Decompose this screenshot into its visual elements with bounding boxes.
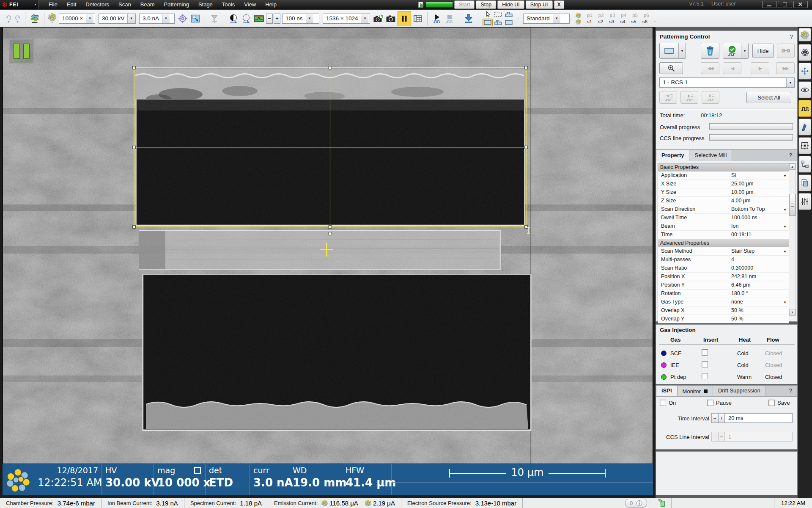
- chevron-down-icon[interactable]: ▼: [653, 19, 656, 25]
- sem-image-viewport[interactable]: [3, 27, 653, 464]
- patterning-page-button[interactable]: [798, 100, 811, 117]
- handle-rotate[interactable]: [329, 232, 332, 235]
- beam-current-combo[interactable]: 3.0 nA ▼: [139, 14, 175, 24]
- handle-bottom-left[interactable]: [133, 226, 136, 229]
- delete-pattern-button[interactable]: [701, 43, 719, 59]
- select-all-button[interactable]: Select All: [746, 92, 791, 103]
- on-checkbox[interactable]: [660, 400, 666, 406]
- property-row[interactable]: Time 00:18:11: [658, 231, 789, 239]
- close-button[interactable]: [793, 1, 808, 8]
- property-row[interactable]: Position Y 6.46 μm: [658, 281, 789, 290]
- start-button[interactable]: Start: [454, 0, 475, 9]
- ccs-line-interval-field[interactable]: 1: [725, 432, 793, 442]
- crossover-button[interactable]: [177, 12, 189, 25]
- chevron-down-icon[interactable]: ▼: [361, 14, 368, 23]
- handle-top-right[interactable]: [525, 66, 528, 69]
- preset-s1[interactable]: s1: [587, 19, 592, 25]
- probe-page-button[interactable]: [798, 119, 811, 135]
- property-row[interactable]: Y Size 10.00 μm: [658, 188, 789, 197]
- pointer-tool[interactable]: [483, 11, 493, 18]
- handle-bottom-center[interactable]: [329, 226, 332, 229]
- menu-patterning[interactable]: Patterning: [159, 0, 194, 9]
- move-pattern-down-button[interactable]: [702, 91, 719, 104]
- property-value[interactable]: 242.81 nm: [728, 273, 789, 281]
- property-row[interactable]: Application Si▼: [658, 171, 789, 180]
- tab-monitor[interactable]: Monitor: [678, 386, 713, 396]
- rcs-pattern-tool[interactable]: [493, 19, 503, 26]
- menu-tools[interactable]: Tools: [217, 0, 239, 9]
- preset-p4[interactable]: p4: [621, 12, 626, 19]
- hide-patterns-button[interactable]: Hide: [752, 44, 774, 58]
- brightness-button[interactable]: [240, 12, 252, 25]
- link-patterns-button[interactable]: [777, 44, 795, 58]
- preset-s4[interactable]: s4: [620, 19, 625, 25]
- preset-p2[interactable]: p2: [598, 12, 604, 19]
- preset-s6[interactable]: s6: [642, 19, 647, 25]
- tab-selective-mill[interactable]: Selective Mill: [689, 150, 732, 161]
- handle-mid-right[interactable]: [525, 146, 528, 149]
- help-button[interactable]: ?: [784, 386, 797, 396]
- close-panel-button[interactable]: X: [554, 0, 564, 9]
- tab-drift-suppression[interactable]: Drift Suppression: [713, 386, 766, 396]
- chevron-down-icon[interactable]: ▼: [553, 14, 560, 23]
- property-row[interactable]: Rotation 180.0 °: [658, 290, 789, 298]
- beam-control-page-button[interactable]: [798, 44, 811, 61]
- preset-p5[interactable]: p5: [632, 12, 638, 19]
- menu-stage[interactable]: Stage: [194, 0, 217, 9]
- insert-checkbox[interactable]: [702, 373, 708, 379]
- message-counter-button[interactable]: 0: [625, 499, 647, 508]
- undo-button[interactable]: ▼: [5, 14, 12, 23]
- property-row[interactable]: Position X 242.81 nm: [658, 273, 789, 281]
- property-row[interactable]: Overlap Y 50 %: [658, 315, 789, 323]
- pattern-palette-expand[interactable]: ▼: [517, 17, 520, 20]
- selection-tool[interactable]: [493, 11, 503, 18]
- pattern-state-combo[interactable]: ▼: [723, 43, 749, 59]
- property-value[interactable]: 0.300000: [728, 264, 789, 272]
- time-interval-field[interactable]: 20 ms: [725, 413, 793, 423]
- contrast-button[interactable]: [228, 12, 239, 25]
- chevron-down-icon[interactable]: ▼: [162, 14, 170, 23]
- property-row[interactable]: Dwell Time 100.000 ns: [658, 214, 789, 222]
- property-row[interactable]: Z Size 4.00 μm: [658, 197, 789, 205]
- imaging-page-button[interactable]: [798, 81, 811, 98]
- patterning-start-button[interactable]: [431, 12, 443, 25]
- property-scrollbar[interactable]: ▲ ▼: [789, 163, 796, 316]
- property-row[interactable]: X Size 25.00 μm: [658, 180, 789, 188]
- pages-button[interactable]: [798, 28, 811, 41]
- pause-checkbox[interactable]: [707, 400, 713, 406]
- handle-bottom-right[interactable]: [525, 226, 528, 229]
- redo-button[interactable]: ▼: [14, 14, 21, 23]
- menu-file[interactable]: File: [44, 0, 62, 9]
- menu-help[interactable]: Help: [261, 0, 281, 9]
- property-row[interactable]: Scan Method Stair Step▼: [658, 247, 789, 256]
- tab-ispi[interactable]: iSPI: [656, 385, 678, 396]
- scroll-up-button[interactable]: ▲: [789, 163, 796, 170]
- rectangle-pattern-tool[interactable]: [483, 19, 493, 26]
- minimize-button[interactable]: [762, 1, 776, 8]
- scroll-down-button[interactable]: ▼: [789, 309, 796, 315]
- property-value[interactable]: Stair Step▼: [728, 247, 789, 255]
- handle-top-left[interactable]: [133, 66, 136, 69]
- preset-s2[interactable]: s2: [598, 19, 603, 25]
- menu-scan[interactable]: Scan: [114, 0, 136, 9]
- snapshot-button[interactable]: [385, 12, 397, 25]
- maximize-button[interactable]: [778, 1, 792, 8]
- stop-ui-button[interactable]: Stop UI: [526, 0, 553, 9]
- property-value[interactable]: 25.00 μm: [728, 180, 789, 188]
- property-value[interactable]: none▼: [728, 298, 789, 306]
- patterning-stop-button[interactable]: [444, 12, 455, 25]
- menu-beam[interactable]: Beam: [136, 0, 159, 9]
- previous-pattern-button[interactable]: ◀: [723, 62, 741, 74]
- lens-alignment-button[interactable]: [208, 12, 220, 25]
- insert-checkbox[interactable]: [702, 349, 708, 356]
- scan-preset-combo[interactable]: Standard ▼: [523, 14, 570, 24]
- handle-top-center[interactable]: [329, 66, 332, 69]
- quad-view-button[interactable]: [412, 12, 424, 25]
- chevron-down-icon[interactable]: ▼: [786, 78, 794, 87]
- property-value[interactable]: Ion▼: [728, 222, 789, 230]
- zoom-pattern-button[interactable]: [659, 62, 683, 74]
- property-value[interactable]: 180.0 °: [728, 290, 789, 298]
- property-value[interactable]: 4.00 μm: [728, 197, 789, 205]
- videoscope-button[interactable]: [253, 12, 265, 25]
- dwell-increase-button[interactable]: +: [274, 14, 280, 24]
